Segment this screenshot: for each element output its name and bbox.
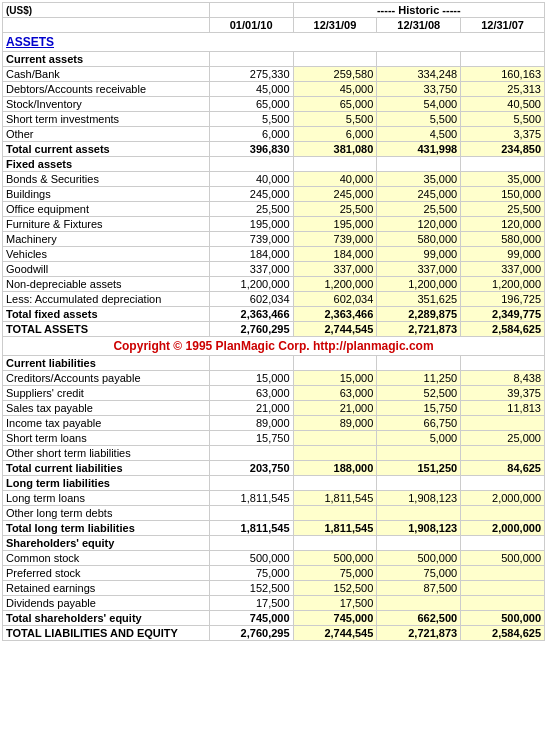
stock-label: Stock/Inventory — [3, 97, 210, 112]
long-loans-label: Long term loans — [3, 491, 210, 506]
assets-title: ASSETS — [3, 33, 545, 52]
row-income-tax: Income tax payable 89,000 89,000 66,750 — [3, 416, 545, 431]
other-current-h1: 6,000 — [293, 127, 377, 142]
row-office-eq: Office equipment 25,500 25,500 25,500 25… — [3, 202, 545, 217]
goodwill-cur: 337,000 — [209, 262, 293, 277]
goodwill-h2: 337,000 — [377, 262, 461, 277]
debtors-h1: 45,000 — [293, 82, 377, 97]
suppliers-h3: 39,375 — [461, 386, 545, 401]
total-fixed-h1: 2,363,466 — [293, 307, 377, 322]
goodwill-label: Goodwill — [3, 262, 210, 277]
debtors-h2: 33,750 — [377, 82, 461, 97]
row-other-current: Other 6,000 6,000 4,500 3,375 — [3, 127, 545, 142]
short-loans-cur: 15,750 — [209, 431, 293, 446]
total-equity-cur: 745,000 — [209, 611, 293, 626]
cash-h1: 259,580 — [293, 67, 377, 82]
preferred-stock-label: Preferred stock — [3, 566, 210, 581]
retained-earnings-h3 — [461, 581, 545, 596]
debtors-cur: 45,000 — [209, 82, 293, 97]
machinery-h1: 739,000 — [293, 232, 377, 247]
total-assets-cur: 2,760,295 — [209, 322, 293, 337]
row-debtors: Debtors/Accounts receivable 45,000 45,00… — [3, 82, 545, 97]
non-depr-cur: 1,200,000 — [209, 277, 293, 292]
retained-earnings-cur: 152,500 — [209, 581, 293, 596]
total-fixed-h3: 2,349,775 — [461, 307, 545, 322]
header-empty — [3, 18, 210, 33]
other-short-cur — [209, 446, 293, 461]
header-current-date: 01/01/10 — [209, 18, 293, 33]
total-current-liab-h3: 84,625 — [461, 461, 545, 476]
office-eq-h1: 25,500 — [293, 202, 377, 217]
total-liab-equity-h3: 2,584,625 — [461, 626, 545, 641]
row-total-long: Total long term liabilities 1,811,545 1,… — [3, 521, 545, 536]
creditors-h1: 15,000 — [293, 371, 377, 386]
sales-tax-cur: 21,000 — [209, 401, 293, 416]
short-loans-h2: 5,000 — [377, 431, 461, 446]
creditors-label: Creditors/Accounts payable — [3, 371, 210, 386]
accum-depr-cur: 602,034 — [209, 292, 293, 307]
row-accum-depr: Less: Accumulated depreciation 602,034 6… — [3, 292, 545, 307]
creditors-cur: 15,000 — [209, 371, 293, 386]
suppliers-h1: 63,000 — [293, 386, 377, 401]
suppliers-label: Suppliers' credit — [3, 386, 210, 401]
total-equity-label: Total shareholders' equity — [3, 611, 210, 626]
common-stock-cur: 500,000 — [209, 551, 293, 566]
bonds-h2: 35,000 — [377, 172, 461, 187]
short-inv-label: Short term investments — [3, 112, 210, 127]
vehicles-h1: 184,000 — [293, 247, 377, 262]
total-liab-equity-h1: 2,744,545 — [293, 626, 377, 641]
preferred-stock-h1: 75,000 — [293, 566, 377, 581]
total-current-liab-cur: 203,750 — [209, 461, 293, 476]
liabilities-title-row: Copyright © 1995 PlanMagic Corp. http://… — [3, 337, 545, 356]
accum-depr-h2: 351,625 — [377, 292, 461, 307]
total-current-liab-h1: 188,000 — [293, 461, 377, 476]
total-long-cur: 1,811,545 — [209, 521, 293, 536]
retained-earnings-label: Retained earnings — [3, 581, 210, 596]
bonds-h3: 35,000 — [461, 172, 545, 187]
creditors-h2: 11,250 — [377, 371, 461, 386]
liabilities-title: Copyright © 1995 PlanMagic Corp. http://… — [3, 337, 545, 356]
total-equity-h2: 662,500 — [377, 611, 461, 626]
row-other-long: Other long term debts — [3, 506, 545, 521]
common-stock-label: Common stock — [3, 551, 210, 566]
fixed-assets-section: Fixed assets — [3, 157, 545, 172]
short-inv-cur: 5,500 — [209, 112, 293, 127]
stock-h1: 65,000 — [293, 97, 377, 112]
other-short-h3 — [461, 446, 545, 461]
current-liabilities-section: Current liabilities — [3, 356, 545, 371]
row-total-assets: TOTAL ASSETS 2,760,295 2,744,545 2,721,8… — [3, 322, 545, 337]
header-spacer — [209, 3, 293, 18]
header-h1-date: 12/31/09 — [293, 18, 377, 33]
row-long-loans: Long term loans 1,811,545 1,811,545 1,90… — [3, 491, 545, 506]
row-total-liab-equity: TOTAL LIABILITIES AND EQUITY 2,760,295 2… — [3, 626, 545, 641]
other-long-h2 — [377, 506, 461, 521]
total-fixed-h2: 2,289,875 — [377, 307, 461, 322]
row-total-fixed: Total fixed assets 2,363,466 2,363,466 2… — [3, 307, 545, 322]
machinery-h3: 580,000 — [461, 232, 545, 247]
other-current-cur: 6,000 — [209, 127, 293, 142]
short-inv-h2: 5,500 — [377, 112, 461, 127]
header-row-2: 01/01/10 12/31/09 12/31/08 12/31/07 — [3, 18, 545, 33]
long-loans-h2: 1,908,123 — [377, 491, 461, 506]
balance-sheet-table: (US$) ----- Historic ----- 01/01/10 12/3… — [2, 2, 545, 641]
non-depr-h1: 1,200,000 — [293, 277, 377, 292]
row-other-short: Other short term liabilities — [3, 446, 545, 461]
income-tax-h3 — [461, 416, 545, 431]
long-loans-h1: 1,811,545 — [293, 491, 377, 506]
stock-h3: 40,500 — [461, 97, 545, 112]
row-bonds: Bonds & Securities 40,000 40,000 35,000 … — [3, 172, 545, 187]
total-liab-equity-cur: 2,760,295 — [209, 626, 293, 641]
total-equity-h3: 500,000 — [461, 611, 545, 626]
total-assets-h3: 2,584,625 — [461, 322, 545, 337]
row-machinery: Machinery 739,000 739,000 580,000 580,00… — [3, 232, 545, 247]
other-short-label: Other short term liabilities — [3, 446, 210, 461]
total-long-h2: 1,908,123 — [377, 521, 461, 536]
other-current-h3: 3,375 — [461, 127, 545, 142]
total-liab-equity-h2: 2,721,873 — [377, 626, 461, 641]
vehicles-cur: 184,000 — [209, 247, 293, 262]
suppliers-h2: 52,500 — [377, 386, 461, 401]
buildings-h1: 245,000 — [293, 187, 377, 202]
other-long-h1 — [293, 506, 377, 521]
header-row-1: (US$) ----- Historic ----- — [3, 3, 545, 18]
long-loans-h3: 2,000,000 — [461, 491, 545, 506]
